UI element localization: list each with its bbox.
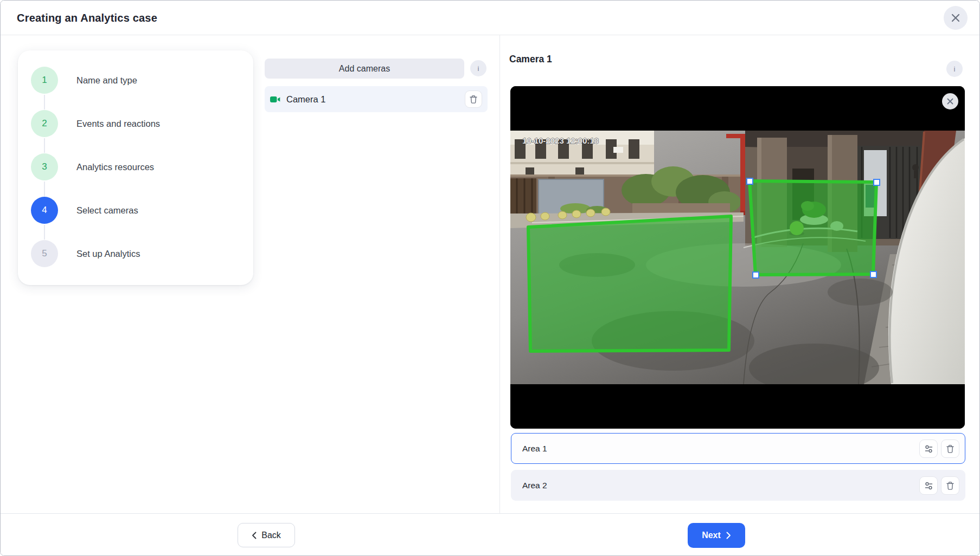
dialog-footer: Back Next [1,513,979,555]
wizard-stepper: 1 Name and type 2 Events and reactions 3… [18,50,253,285]
step-number-badge: 4 [31,197,58,224]
trash-icon [946,444,955,454]
area-name: Area 2 [522,481,547,490]
camera-video-preview[interactable]: 10-10-2023 12:00:18 [510,86,965,429]
step-number-badge: 5 [31,240,58,267]
preview-info-button[interactable]: i [946,61,963,77]
next-button[interactable]: Next [688,523,745,548]
dialog-title: Creating an Analytics case [17,11,157,24]
area-settings-button[interactable] [919,439,938,458]
step-label: Set up Analytics [76,249,140,259]
preview-camera-title: Camera 1 [509,54,552,65]
analytics-area-2-polygon[interactable] [528,216,731,351]
dialog-close-button[interactable] [944,6,968,30]
trash-icon [946,481,955,490]
camera-frame-image: 10-10-2023 12:00:18 [510,86,965,429]
video-close-button[interactable] [942,93,958,109]
cameras-info-button[interactable]: i [470,60,486,76]
back-button-label: Back [261,531,281,540]
step-number-badge: 1 [31,67,58,94]
step-analytics-resources[interactable]: 3 Analytics resources [18,145,253,189]
chevron-left-icon [252,532,257,539]
area-name: Area 1 [522,444,547,454]
close-icon [947,98,953,105]
analytics-area-1-polygon[interactable] [747,178,880,278]
tune-sliders-icon [924,444,933,454]
step-number-badge: 2 [31,110,58,137]
step-set-up-analytics[interactable]: 5 Set up Analytics [18,232,253,275]
step-label: Select cameras [76,205,138,216]
info-icon: i [478,64,479,73]
videocam-icon [270,95,281,104]
tune-sliders-icon [924,481,933,490]
area-settings-button[interactable] [919,476,938,495]
step-select-cameras[interactable]: 4 Select cameras [18,189,253,232]
chevron-right-icon [726,532,731,539]
column-divider [499,35,500,514]
camera-name: Camera 1 [286,94,325,105]
step-name-and-type[interactable]: 1 Name and type [18,59,253,102]
delete-camera-button[interactable] [465,90,482,108]
dialog-header: Creating an Analytics case [1,1,979,35]
step-label: Analytics resources [76,162,154,172]
area-row-2[interactable]: Area 2 [511,470,965,501]
back-button[interactable]: Back [238,523,295,547]
trash-icon [469,95,478,104]
step-number-badge: 3 [31,153,58,180]
step-label: Events and reactions [76,119,160,129]
delete-area-button[interactable] [941,439,959,458]
info-icon: i [954,65,956,73]
create-analytics-case-dialog: Creating an Analytics case 1 Name and ty… [0,0,980,556]
video-timestamp: 10-10-2023 12:00:18 [522,136,599,145]
area-row-1[interactable]: Area 1 [511,433,965,464]
step-label: Name and type [76,75,137,86]
add-cameras-button[interactable]: Add cameras [265,59,464,79]
camera-list-item[interactable]: Camera 1 [265,86,488,112]
step-events-and-reactions[interactable]: 2 Events and reactions [18,102,253,145]
next-button-label: Next [702,531,721,540]
delete-area-button[interactable] [941,476,959,495]
close-icon [951,14,960,22]
